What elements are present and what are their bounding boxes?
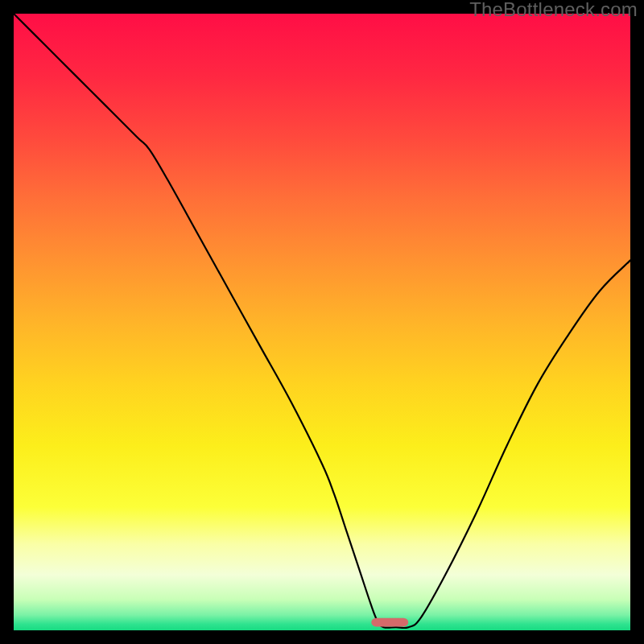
watermark-text: TheBottleneck.com (469, 0, 638, 21)
bottleneck-chart (14, 14, 630, 630)
